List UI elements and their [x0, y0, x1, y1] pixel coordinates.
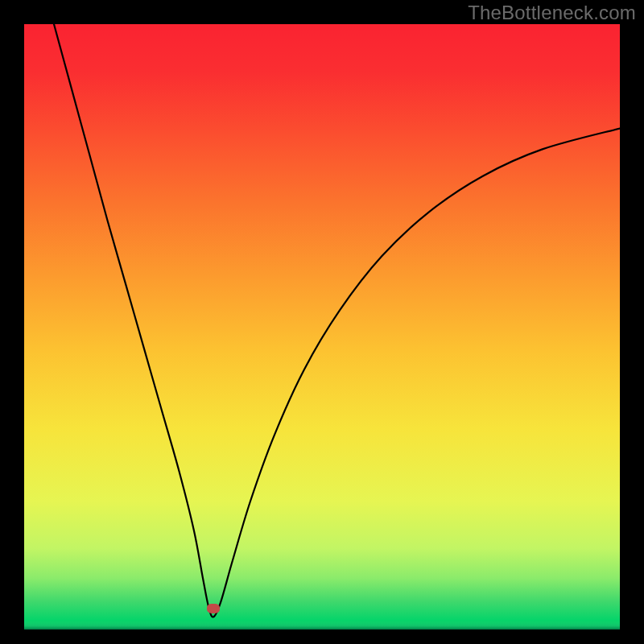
- minimum-marker: [207, 604, 220, 613]
- chart-frame: TheBottleneck.com: [0, 0, 644, 644]
- plot-area: [24, 24, 620, 620]
- green-baseline-bar: [24, 620, 620, 630]
- watermark-text: TheBottleneck.com: [468, 2, 636, 24]
- plot-svg: [24, 24, 620, 620]
- gradient-background: [24, 24, 620, 620]
